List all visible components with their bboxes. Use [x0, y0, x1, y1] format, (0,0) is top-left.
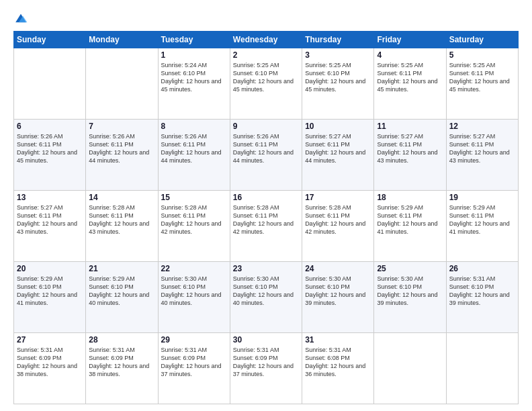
header: [13, 11, 519, 26]
day-info: Sunrise: 5:25 AM Sunset: 6:10 PM Dayligh…: [233, 61, 299, 94]
calendar-cell: 10Sunrise: 5:27 AM Sunset: 6:11 PM Dayli…: [302, 120, 374, 191]
day-info: Sunrise: 5:31 AM Sunset: 6:09 PM Dayligh…: [89, 346, 154, 379]
calendar-cell: 27Sunrise: 5:31 AM Sunset: 6:09 PM Dayli…: [14, 333, 86, 404]
day-info: Sunrise: 5:26 AM Sunset: 6:11 PM Dayligh…: [233, 132, 299, 165]
day-number: 11: [377, 122, 443, 131]
calendar-cell: 15Sunrise: 5:28 AM Sunset: 6:11 PM Dayli…: [158, 191, 230, 262]
day-number: 28: [89, 335, 154, 345]
day-number: 29: [161, 335, 227, 345]
calendar-cell: 7Sunrise: 5:26 AM Sunset: 6:11 PM Daylig…: [86, 120, 158, 191]
logo: [13, 11, 31, 26]
calendar-cell: 20Sunrise: 5:29 AM Sunset: 6:10 PM Dayli…: [14, 262, 86, 333]
day-info: Sunrise: 5:28 AM Sunset: 6:11 PM Dayligh…: [305, 203, 371, 236]
day-info: Sunrise: 5:27 AM Sunset: 6:11 PM Dayligh…: [377, 132, 443, 165]
day-number: 14: [89, 193, 154, 202]
calendar-cell: 9Sunrise: 5:26 AM Sunset: 6:11 PM Daylig…: [230, 120, 302, 191]
calendar-cell: 28Sunrise: 5:31 AM Sunset: 6:09 PM Dayli…: [86, 333, 158, 404]
calendar-cell: 26Sunrise: 5:31 AM Sunset: 6:10 PM Dayli…: [446, 262, 518, 333]
day-info: Sunrise: 5:30 AM Sunset: 6:10 PM Dayligh…: [377, 275, 443, 308]
day-number: 30: [233, 335, 299, 345]
day-number: 4: [377, 50, 443, 60]
day-info: Sunrise: 5:27 AM Sunset: 6:11 PM Dayligh…: [305, 132, 371, 165]
calendar-header-friday: Friday: [374, 32, 446, 48]
calendar-week-row: 1Sunrise: 5:24 AM Sunset: 6:10 PM Daylig…: [14, 48, 519, 120]
calendar-header-wednesday: Wednesday: [230, 32, 302, 48]
calendar-cell: 13Sunrise: 5:27 AM Sunset: 6:11 PM Dayli…: [14, 191, 86, 262]
day-info: Sunrise: 5:30 AM Sunset: 6:10 PM Dayligh…: [161, 275, 227, 308]
day-number: 2: [233, 50, 299, 60]
day-info: Sunrise: 5:31 AM Sunset: 6:08 PM Dayligh…: [305, 346, 371, 379]
calendar-table: SundayMondayTuesdayWednesdayThursdayFrid…: [13, 31, 519, 404]
day-info: Sunrise: 5:29 AM Sunset: 6:11 PM Dayligh…: [377, 203, 443, 236]
day-number: 1: [161, 50, 227, 60]
calendar-cell: 1Sunrise: 5:24 AM Sunset: 6:10 PM Daylig…: [158, 48, 230, 120]
calendar-week-row: 13Sunrise: 5:27 AM Sunset: 6:11 PM Dayli…: [14, 191, 519, 262]
calendar-cell: [446, 333, 518, 404]
calendar-header-monday: Monday: [86, 32, 158, 48]
calendar-cell: 29Sunrise: 5:31 AM Sunset: 6:09 PM Dayli…: [158, 333, 230, 404]
calendar-header-saturday: Saturday: [446, 32, 518, 48]
day-number: 25: [377, 264, 443, 273]
day-info: Sunrise: 5:25 AM Sunset: 6:11 PM Dayligh…: [377, 61, 443, 94]
day-info: Sunrise: 5:28 AM Sunset: 6:11 PM Dayligh…: [161, 203, 227, 236]
calendar-cell: 8Sunrise: 5:26 AM Sunset: 6:11 PM Daylig…: [158, 120, 230, 191]
day-number: 16: [233, 193, 299, 202]
day-info: Sunrise: 5:29 AM Sunset: 6:10 PM Dayligh…: [17, 275, 83, 308]
calendar-header-tuesday: Tuesday: [158, 32, 230, 48]
calendar-week-row: 20Sunrise: 5:29 AM Sunset: 6:10 PM Dayli…: [14, 262, 519, 333]
day-info: Sunrise: 5:28 AM Sunset: 6:11 PM Dayligh…: [233, 203, 299, 236]
day-number: 12: [449, 122, 515, 131]
calendar-cell: 30Sunrise: 5:31 AM Sunset: 6:09 PM Dayli…: [230, 333, 302, 404]
calendar-cell: 4Sunrise: 5:25 AM Sunset: 6:11 PM Daylig…: [374, 48, 446, 120]
calendar-week-row: 27Sunrise: 5:31 AM Sunset: 6:09 PM Dayli…: [14, 333, 519, 404]
calendar-cell: 18Sunrise: 5:29 AM Sunset: 6:11 PM Dayli…: [374, 191, 446, 262]
day-info: Sunrise: 5:25 AM Sunset: 6:11 PM Dayligh…: [449, 61, 515, 94]
calendar-header-thursday: Thursday: [302, 32, 374, 48]
day-info: Sunrise: 5:27 AM Sunset: 6:11 PM Dayligh…: [17, 203, 83, 236]
calendar-cell: 11Sunrise: 5:27 AM Sunset: 6:11 PM Dayli…: [374, 120, 446, 191]
day-number: 7: [89, 122, 154, 131]
day-info: Sunrise: 5:24 AM Sunset: 6:10 PM Dayligh…: [161, 61, 227, 94]
calendar-header-row: SundayMondayTuesdayWednesdayThursdayFrid…: [14, 32, 519, 48]
day-info: Sunrise: 5:26 AM Sunset: 6:11 PM Dayligh…: [161, 132, 227, 165]
day-number: 23: [233, 264, 299, 273]
day-number: 15: [161, 193, 227, 202]
calendar-cell: 16Sunrise: 5:28 AM Sunset: 6:11 PM Dayli…: [230, 191, 302, 262]
calendar-cell: 21Sunrise: 5:29 AM Sunset: 6:10 PM Dayli…: [86, 262, 158, 333]
calendar-cell: 2Sunrise: 5:25 AM Sunset: 6:10 PM Daylig…: [230, 48, 302, 120]
calendar-cell: 19Sunrise: 5:29 AM Sunset: 6:11 PM Dayli…: [446, 191, 518, 262]
day-info: Sunrise: 5:29 AM Sunset: 6:11 PM Dayligh…: [449, 203, 515, 236]
day-number: 18: [377, 193, 443, 202]
calendar-cell: [14, 48, 86, 120]
day-number: 8: [161, 122, 227, 131]
day-info: Sunrise: 5:30 AM Sunset: 6:10 PM Dayligh…: [305, 275, 371, 308]
day-info: Sunrise: 5:30 AM Sunset: 6:10 PM Dayligh…: [233, 275, 299, 308]
day-number: 22: [161, 264, 227, 273]
day-number: 5: [449, 50, 515, 60]
logo-icon: [13, 11, 28, 26]
calendar-cell: 3Sunrise: 5:25 AM Sunset: 6:10 PM Daylig…: [302, 48, 374, 120]
day-number: 26: [449, 264, 515, 273]
day-info: Sunrise: 5:31 AM Sunset: 6:10 PM Dayligh…: [449, 275, 515, 308]
day-info: Sunrise: 5:29 AM Sunset: 6:10 PM Dayligh…: [89, 275, 154, 308]
calendar-cell: 31Sunrise: 5:31 AM Sunset: 6:08 PM Dayli…: [302, 333, 374, 404]
day-info: Sunrise: 5:26 AM Sunset: 6:11 PM Dayligh…: [17, 132, 83, 165]
day-info: Sunrise: 5:26 AM Sunset: 6:11 PM Dayligh…: [89, 132, 154, 165]
day-number: 31: [305, 335, 371, 345]
calendar-cell: 25Sunrise: 5:30 AM Sunset: 6:10 PM Dayli…: [374, 262, 446, 333]
calendar-cell: [86, 48, 158, 120]
day-info: Sunrise: 5:31 AM Sunset: 6:09 PM Dayligh…: [17, 346, 83, 379]
day-number: 13: [17, 193, 83, 202]
day-number: 21: [89, 264, 154, 273]
calendar-week-row: 6Sunrise: 5:26 AM Sunset: 6:11 PM Daylig…: [14, 120, 519, 191]
day-info: Sunrise: 5:31 AM Sunset: 6:09 PM Dayligh…: [233, 346, 299, 379]
day-number: 10: [305, 122, 371, 131]
day-number: 27: [17, 335, 83, 345]
day-info: Sunrise: 5:27 AM Sunset: 6:11 PM Dayligh…: [449, 132, 515, 165]
day-number: 19: [449, 193, 515, 202]
page: SundayMondayTuesdayWednesdayThursdayFrid…: [0, 0, 532, 411]
calendar-cell: 5Sunrise: 5:25 AM Sunset: 6:11 PM Daylig…: [446, 48, 518, 120]
day-info: Sunrise: 5:31 AM Sunset: 6:09 PM Dayligh…: [161, 346, 227, 379]
calendar-cell: 12Sunrise: 5:27 AM Sunset: 6:11 PM Dayli…: [446, 120, 518, 191]
day-number: 6: [17, 122, 83, 131]
